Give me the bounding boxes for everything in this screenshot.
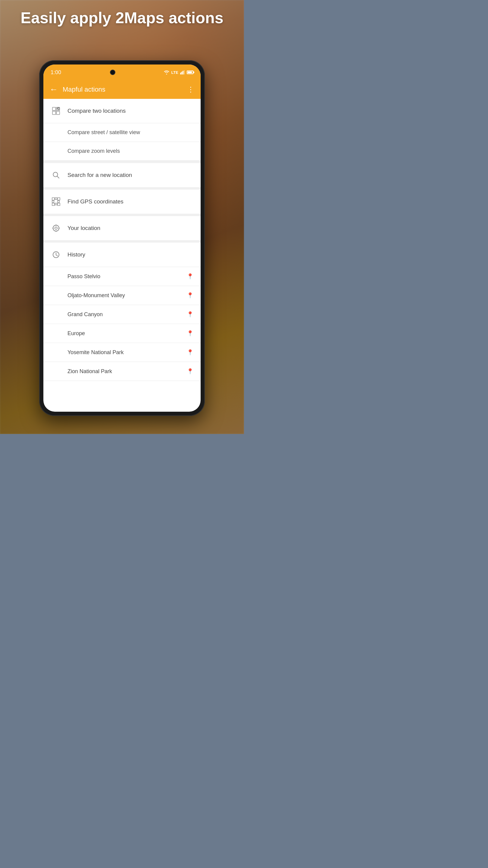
- svg-rect-7: [56, 111, 60, 115]
- history-monument-label: Oljato-Monument Valley: [67, 292, 184, 299]
- gps-section: Find GPS coordinates: [43, 190, 201, 214]
- gps-icon: [51, 196, 61, 207]
- svg-rect-3: [184, 70, 185, 74]
- svg-rect-2: [183, 71, 184, 74]
- phone-frame: 1:00 LTE: [39, 60, 205, 416]
- status-bar: 1:00 LTE: [43, 64, 201, 80]
- pin-icon-monument: 📍: [187, 292, 193, 299]
- history-yosemite-label: Yosemite National Park: [67, 349, 184, 355]
- svg-rect-16: [52, 203, 55, 206]
- history-europe-label: Europe: [67, 330, 184, 337]
- history-yosemite-item[interactable]: Yosemite National Park 📍: [43, 343, 201, 362]
- svg-rect-12: [52, 198, 55, 200]
- history-passo-item[interactable]: Passo Stelvio 📍: [43, 267, 201, 286]
- status-icons: LTE: [164, 70, 193, 75]
- history-grand-canyon-item[interactable]: Grand Canyon 📍: [43, 305, 201, 324]
- history-zion-item[interactable]: Zion National Park 📍: [43, 362, 201, 381]
- search-location-item[interactable]: Search for a new location: [43, 163, 201, 187]
- compare-street-label: Compare street / satellite view: [67, 129, 140, 135]
- pin-icon-yosemite: 📍: [187, 349, 193, 355]
- section-divider-4: [43, 240, 201, 243]
- signal-icon: [180, 70, 185, 74]
- section-divider-2: [43, 187, 201, 190]
- battery-icon: [187, 70, 193, 74]
- overflow-menu-button[interactable]: ⋮: [187, 85, 195, 94]
- svg-rect-0: [180, 73, 181, 74]
- compare-zoom-label: Compare zoom levels: [67, 148, 120, 154]
- svg-rect-19: [58, 203, 60, 206]
- camera-dot: [110, 70, 116, 75]
- toolbar-title: Mapful actions: [63, 86, 182, 93]
- compare-street-item[interactable]: Compare street / satellite view: [43, 123, 201, 142]
- lte-label: LTE: [171, 70, 178, 75]
- history-section: History Passo Stelvio 📍 Oljato-Monument …: [43, 243, 201, 381]
- svg-rect-18: [55, 203, 57, 205]
- status-time: 1:00: [51, 69, 61, 76]
- pin-icon-zion: 📍: [187, 368, 193, 375]
- svg-line-28: [56, 255, 58, 256]
- svg-rect-6: [53, 111, 56, 115]
- compare-section: ✦ Compare two locations Compare street /…: [43, 99, 201, 161]
- pin-icon-grand-canyon: 📍: [187, 311, 193, 318]
- svg-rect-14: [58, 198, 60, 200]
- history-europe-item[interactable]: Europe 📍: [43, 324, 201, 343]
- svg-rect-4: [53, 107, 56, 111]
- section-divider-3: [43, 214, 201, 216]
- history-label: History: [67, 251, 85, 258]
- toolbar: ← Mapful actions ⋮: [43, 80, 201, 99]
- history-zion-label: Zion National Park: [67, 368, 184, 375]
- svg-rect-1: [181, 72, 182, 74]
- svg-point-21: [55, 227, 57, 229]
- find-gps-label: Find GPS coordinates: [67, 198, 124, 205]
- your-location-label: Your location: [67, 225, 100, 231]
- search-location-label: Search for a new location: [67, 172, 132, 179]
- svg-rect-13: [55, 198, 57, 199]
- section-divider-1: [43, 161, 201, 163]
- history-header: History: [43, 243, 201, 267]
- your-location-section: Your location: [43, 216, 201, 240]
- compare-two-locations-item[interactable]: ✦ Compare two locations: [43, 99, 201, 123]
- svg-point-20: [53, 225, 59, 231]
- history-grand-canyon-label: Grand Canyon: [67, 311, 184, 318]
- pin-icon-europe: 📍: [187, 330, 193, 337]
- search-icon: [51, 170, 61, 181]
- svg-rect-15: [52, 201, 54, 203]
- svg-rect-17: [58, 201, 59, 203]
- search-section: Search for a new location: [43, 163, 201, 187]
- back-button[interactable]: ←: [50, 85, 58, 94]
- pin-icon-passo: 📍: [187, 273, 193, 280]
- menu-content: ✦ Compare two locations Compare street /…: [43, 99, 201, 412]
- compare-zoom-item[interactable]: Compare zoom levels: [43, 142, 201, 161]
- svg-text:✦: ✦: [58, 107, 60, 110]
- history-passo-label: Passo Stelvio: [67, 273, 184, 280]
- compare-icon: ✦: [51, 105, 61, 116]
- clock-icon: [51, 249, 61, 260]
- phone-screen: 1:00 LTE: [43, 64, 201, 412]
- hero-title: Easily apply 2Maps actions: [0, 9, 244, 27]
- compare-two-locations-label: Compare two locations: [67, 107, 126, 114]
- history-monument-item[interactable]: Oljato-Monument Valley 📍: [43, 286, 201, 305]
- svg-line-11: [57, 176, 59, 179]
- wifi-icon: [164, 70, 169, 74]
- find-gps-item[interactable]: Find GPS coordinates: [43, 190, 201, 214]
- target-icon: [51, 223, 61, 234]
- your-location-item[interactable]: Your location: [43, 216, 201, 240]
